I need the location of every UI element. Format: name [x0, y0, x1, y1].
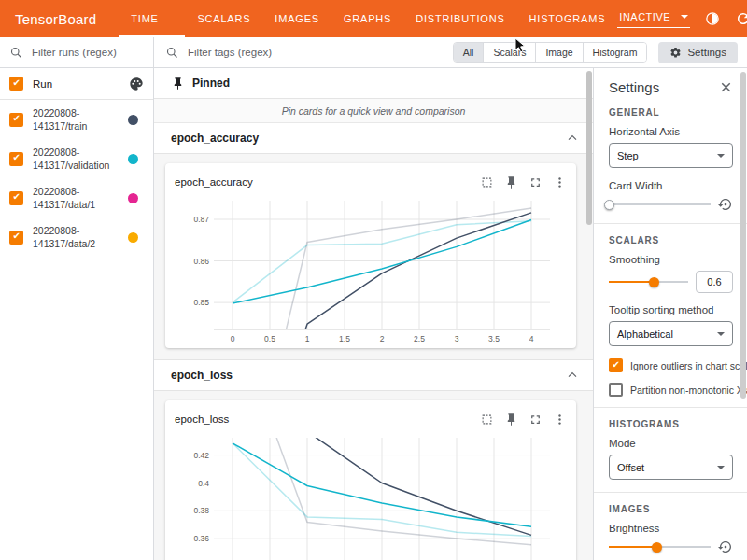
svg-text:2.5: 2.5	[414, 334, 425, 343]
svg-text:0.4: 0.4	[198, 479, 209, 488]
theme-contrast-icon[interactable]	[704, 10, 721, 27]
smoothing-value-input[interactable]: 0.6	[696, 271, 733, 293]
run-name: 20220808-141317/validation	[33, 146, 119, 172]
tab-distributions[interactable]: DISTRIBUTIONS	[403, 0, 516, 37]
main-scrollbar-thumb[interactable]	[586, 71, 592, 225]
more-options-icon[interactable]	[553, 413, 567, 427]
status-select-value: INACTIVE	[619, 11, 670, 22]
divider	[594, 492, 747, 493]
histogram-mode-select[interactable]: Offset	[609, 455, 733, 480]
settings-button[interactable]: Settings	[658, 42, 738, 63]
fit-domain-icon[interactable]	[480, 175, 494, 189]
filter-runs-input[interactable]	[30, 46, 144, 59]
search-icon	[165, 46, 179, 60]
section-title: epoch_loss	[171, 369, 233, 382]
chevron-down-icon	[717, 154, 725, 158]
tooltip-sorting-select[interactable]: Alphabetical	[609, 321, 733, 346]
settings-panel-title: Settings	[609, 79, 659, 95]
reset-icon[interactable]	[718, 539, 733, 554]
close-icon[interactable]	[719, 80, 733, 94]
slider-thumb[interactable]	[649, 277, 659, 287]
card-width-slider[interactable]	[609, 198, 711, 211]
divider	[594, 223, 747, 224]
tab-time-series[interactable]: TIME SERIES	[119, 0, 185, 37]
section-header-epoch-loss[interactable]: epoch_loss	[154, 360, 593, 391]
run-name: 20220808-141317/data/2	[33, 224, 119, 250]
pin-icon[interactable]	[504, 413, 518, 427]
main-scrollbar[interactable]	[586, 68, 592, 560]
svg-text:1.5: 1.5	[339, 334, 350, 343]
tab-histograms[interactable]: HISTOGRAMS	[517, 0, 618, 37]
scalars-heading: SCALARS	[609, 235, 733, 245]
section-body-epoch-accuracy: epoch_accuracy 00.511.522.533	[154, 154, 593, 360]
run-checkbox[interactable]	[9, 191, 23, 205]
run-row-data-2[interactable]: 20220808-141317/data/2	[0, 217, 153, 257]
svg-text:0.5: 0.5	[264, 334, 275, 343]
loss-chart[interactable]: 00.511.522.533.540.360.380.40.42	[182, 432, 559, 560]
settings-panel: Settings GENERAL Horizontal Axis Step Ca…	[593, 68, 747, 560]
app-logo: TensorBoard	[0, 11, 96, 27]
run-row-train[interactable]: 20220808-141317/train	[0, 100, 153, 139]
run-row-data-1[interactable]: 20220808-141317/data/1	[0, 178, 153, 217]
brightness-slider[interactable]	[609, 540, 711, 553]
runs-header-label: Run	[33, 78, 120, 90]
partition-x-label: Partition non-monotonic X axis	[630, 385, 747, 396]
pin-icon	[171, 77, 185, 91]
horizontal-axis-select[interactable]: Step	[609, 143, 733, 168]
refresh-icon[interactable]	[735, 10, 747, 27]
section-title: epoch_accuracy	[171, 132, 259, 145]
tab-images[interactable]: IMAGES	[262, 0, 331, 37]
status-select[interactable]: INACTIVE	[617, 9, 690, 28]
fullscreen-icon[interactable]	[529, 175, 543, 189]
reset-icon[interactable]	[718, 197, 733, 212]
settings-button-label: Settings	[687, 47, 726, 58]
search-icon	[9, 46, 23, 60]
palette-icon[interactable]	[129, 77, 144, 91]
chevron-up-icon[interactable]	[565, 368, 580, 383]
svg-text:0: 0	[231, 334, 235, 343]
run-checkbox[interactable]	[9, 113, 23, 127]
accuracy-chart[interactable]: 00.511.522.533.540.850.860.87	[182, 195, 559, 344]
run-checkbox[interactable]	[9, 152, 23, 166]
chip-histogram[interactable]: Histogram	[583, 43, 647, 62]
settings-scrollbar-thumb[interactable]	[740, 72, 746, 399]
run-name: 20220808-141317/train	[33, 106, 119, 133]
fullscreen-icon[interactable]	[529, 413, 543, 427]
slider-thumb[interactable]	[652, 542, 662, 553]
histograms-heading: HISTOGRAMS	[609, 419, 733, 429]
ignore-outliers-checkbox[interactable]	[609, 358, 623, 372]
chevron-down-icon	[717, 466, 725, 469]
run-checkbox[interactable]	[9, 231, 23, 245]
chevron-up-icon[interactable]	[565, 131, 580, 146]
pinned-title: Pinned	[192, 77, 230, 90]
svg-text:2: 2	[380, 334, 385, 343]
run-color-dot	[128, 115, 138, 125]
pinned-hint: Pin cards for a quick view and compariso…	[154, 99, 593, 123]
smoothing-slider[interactable]	[609, 275, 688, 288]
run-color-dot	[128, 154, 138, 164]
gear-icon	[669, 47, 682, 59]
partition-x-checkbox[interactable]	[609, 383, 623, 397]
mouse-cursor	[514, 37, 528, 54]
fit-domain-icon[interactable]	[480, 413, 494, 427]
chevron-down-icon	[681, 15, 688, 19]
run-name: 20220808-141317/data/1	[33, 185, 119, 211]
section-header-epoch-accuracy[interactable]: epoch_accuracy	[154, 123, 593, 154]
filter-toolbar: All Scalars Image Histogram Settings	[0, 37, 747, 68]
chip-image[interactable]: Image	[535, 43, 582, 62]
run-row-validation[interactable]: 20220808-141317/validation	[0, 139, 153, 178]
slider-thumb[interactable]	[604, 200, 614, 210]
settings-scrollbar[interactable]	[740, 70, 746, 560]
filter-tags-input[interactable]	[186, 46, 395, 59]
tab-graphs[interactable]: GRAPHS	[331, 0, 403, 37]
card-title: epoch_loss	[175, 413, 229, 425]
section-body-epoch-loss: epoch_loss 00.511.522.533.540	[154, 391, 593, 560]
pin-icon[interactable]	[504, 175, 518, 189]
more-options-icon[interactable]	[553, 175, 567, 189]
filter-tags-group	[154, 46, 453, 60]
horizontal-axis-value: Step	[617, 150, 639, 161]
chip-all[interactable]: All	[454, 43, 484, 62]
tab-scalars[interactable]: SCALARS	[185, 0, 262, 37]
select-all-runs-checkbox[interactable]	[9, 77, 23, 91]
card-title: epoch_accuracy	[175, 176, 253, 188]
